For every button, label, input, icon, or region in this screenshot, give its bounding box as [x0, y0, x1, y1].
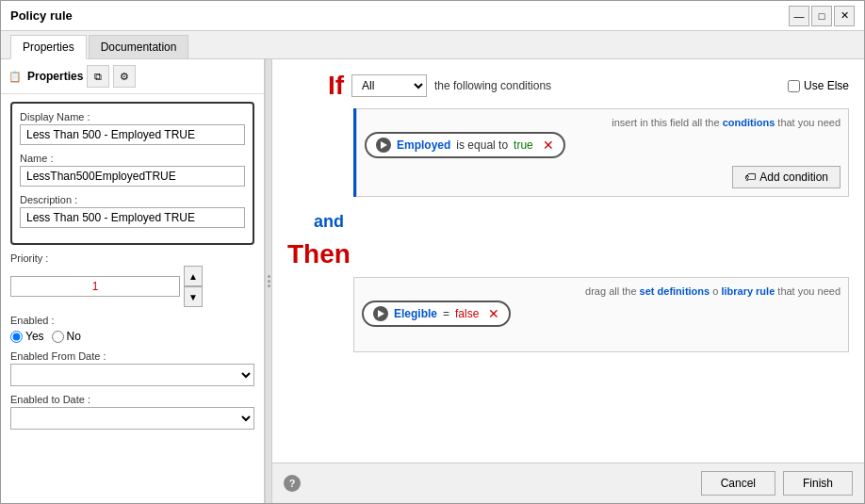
gear-icon-button[interactable]: ⚙ [113, 65, 136, 88]
name-input[interactable] [20, 166, 245, 187]
rule-area: If All the following conditions Use Else [272, 59, 864, 463]
priority-up-button[interactable]: ▲ [184, 266, 203, 286]
then-condition-operator: = [443, 307, 449, 320]
add-condition-icon: 🏷 [744, 171, 756, 184]
enabled-group: Enabled : Yes No [10, 315, 254, 343]
then-condition-variable: Elegible [394, 307, 437, 320]
tab-documentation[interactable]: Documentation [89, 35, 189, 58]
name-group: Name : [20, 153, 245, 187]
and-row: and [287, 212, 849, 232]
condition-row: Employed is equal to true ✕ [365, 132, 565, 158]
conditions-wrapper: insert in this field all the conditions … [353, 108, 849, 197]
priority-row: ▲ ▼ [10, 266, 254, 307]
description-group: Description : [20, 194, 245, 228]
then-condition-row: Elegible = false ✕ [362, 301, 511, 327]
help-icon[interactable]: ? [284, 475, 301, 492]
enabled-from-group: Enabled From Date : [10, 350, 254, 386]
window-title: Policy rule [10, 8, 73, 23]
then-condition-expand-button[interactable] [373, 306, 388, 321]
add-condition-button[interactable]: 🏷 Add condition [732, 166, 841, 188]
if-header: If All the following conditions Use Else [287, 71, 849, 101]
then-box: drag all the set definitions o library r… [353, 277, 849, 352]
display-name-input[interactable] [20, 124, 245, 145]
name-label: Name : [20, 153, 245, 164]
close-button[interactable]: ✕ [834, 6, 855, 26]
then-condition-value: false [455, 307, 479, 320]
panel-resizer[interactable] [265, 59, 272, 503]
conditions-hint: insert in this field all the conditions … [365, 117, 841, 128]
main-properties-group: Display Name : Name : Description : [10, 102, 254, 245]
condition-expand-button[interactable] [376, 138, 391, 153]
title-bar-controls: — □ ✕ [789, 6, 855, 26]
description-label: Description : [20, 194, 245, 205]
if-section: If All the following conditions Use Else [287, 71, 849, 197]
title-bar-left: Policy rule [10, 8, 73, 23]
enabled-to-group: Enabled to Date : [10, 394, 254, 430]
properties-toolbar: 📋 Properties ⧉ ⚙ [1, 59, 264, 94]
display-name-label: Display Name : [20, 111, 245, 122]
all-dropdown[interactable]: All [351, 74, 427, 97]
condition-value: true [514, 138, 533, 152]
description-input[interactable] [20, 207, 245, 228]
cancel-button[interactable]: Cancel [701, 471, 775, 496]
enabled-no-radio[interactable] [52, 331, 64, 343]
left-panel: 📋 Properties ⧉ ⚙ Display Name : Name : [1, 59, 265, 503]
enabled-yes-radio[interactable] [10, 331, 23, 343]
policy-rule-window: Policy rule — □ ✕ Properties Documentati… [0, 0, 865, 504]
play-triangle-icon [381, 141, 387, 149]
then-play-triangle-icon [378, 310, 384, 317]
condition-variable: Employed [397, 138, 450, 152]
priority-label: Priority : [10, 252, 254, 264]
enabled-yes-label[interactable]: Yes [10, 330, 44, 343]
then-condition-delete-button[interactable]: ✕ [488, 306, 499, 321]
enabled-from-label: Enabled From Date : [10, 350, 254, 362]
priority-down-button[interactable]: ▼ [184, 286, 203, 307]
bottom-bar: ? Cancel Finish [272, 463, 864, 503]
enabled-label: Enabled : [10, 315, 254, 326]
maximize-button[interactable]: □ [811, 6, 832, 26]
enabled-to-label: Enabled to Date : [10, 394, 254, 405]
left-panel-wrapper: 📋 Properties ⧉ ⚙ Display Name : Name : [1, 59, 272, 503]
priority-group: Priority : ▲ ▼ [10, 252, 254, 307]
finish-button[interactable]: Finish [783, 471, 853, 496]
minimize-button[interactable]: — [789, 6, 809, 26]
title-bar: Policy rule — □ ✕ [1, 1, 864, 31]
enabled-to-select[interactable] [10, 407, 254, 430]
if-keyword: If [287, 71, 344, 101]
add-condition-label: Add condition [759, 171, 828, 184]
following-conditions-text: the following conditions [434, 79, 551, 92]
tabs-bar: Properties Documentation [1, 31, 864, 59]
then-hint: drag all the set definitions o library r… [362, 285, 841, 297]
enabled-no-label[interactable]: No [52, 330, 81, 343]
tab-properties[interactable]: Properties [10, 35, 87, 59]
and-keyword: and [287, 212, 344, 232]
left-panel-inner: Display Name : Name : Description : [1, 94, 264, 503]
priority-input[interactable] [10, 276, 180, 297]
conditions-box: insert in this field all the conditions … [356, 108, 849, 197]
use-else-group: Use Else [788, 79, 849, 92]
enabled-from-select[interactable] [10, 364, 254, 386]
then-section: Then drag all the set definitions o libr… [287, 239, 849, 352]
then-header: Then [287, 239, 849, 269]
enabled-radio-group: Yes No [10, 330, 254, 343]
use-else-label: Use Else [804, 79, 849, 92]
right-panel: If All the following conditions Use Else [272, 59, 864, 503]
use-else-checkbox[interactable] [788, 80, 800, 92]
copy-icon-button[interactable]: ⧉ [87, 65, 109, 88]
condition-delete-button[interactable]: ✕ [543, 138, 554, 153]
display-name-group: Display Name : [20, 111, 245, 145]
properties-label: Properties [27, 70, 83, 83]
then-keyword: Then [287, 239, 344, 269]
add-condition-row: 🏷 Add condition [365, 166, 841, 188]
resizer-dots [268, 275, 270, 287]
content-area: 📋 Properties ⧉ ⚙ Display Name : Name : [1, 59, 864, 503]
condition-operator: is equal to [456, 138, 508, 152]
